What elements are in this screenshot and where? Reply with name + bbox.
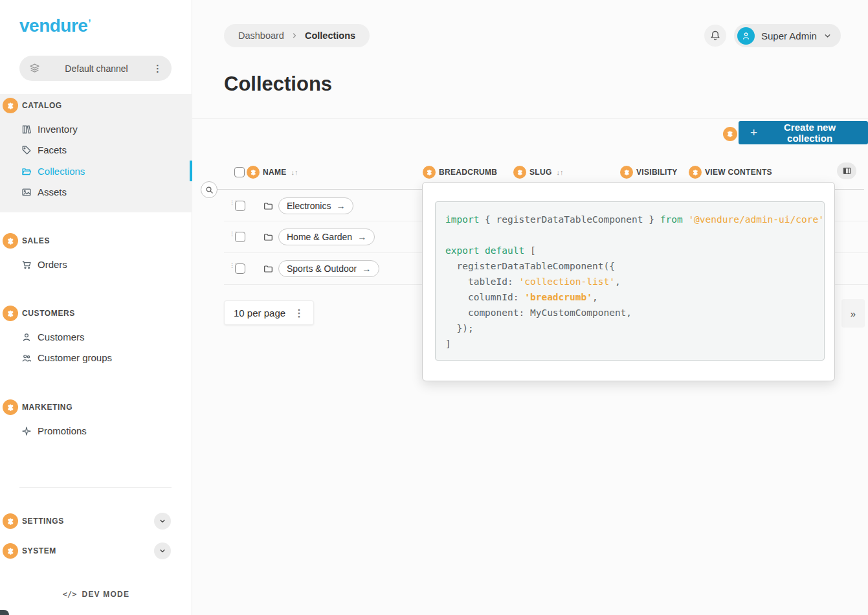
sidebar-item-label: Assets — [38, 186, 67, 197]
folder-icon — [263, 232, 273, 242]
vendure-logo[interactable]: vendureʼ — [19, 16, 90, 36]
section-label: CUSTOMERS — [22, 309, 75, 318]
sidebar-item-label: Facets — [38, 144, 67, 155]
dev-mode-code-popup: import { registerDataTableComponent } fr… — [422, 182, 835, 381]
books-icon — [21, 124, 32, 135]
users-icon — [21, 353, 32, 363]
app-canvas: vendureʼ Default channel ⋮ CATALOG Inven… — [0, 0, 868, 615]
arrow-right-icon: → — [357, 232, 366, 242]
sidebar-item-label: Orders — [38, 259, 67, 270]
dev-badge-icon[interactable] — [423, 166, 436, 179]
folder-open-icon — [21, 166, 32, 177]
sidebar-item-label: Collections — [38, 166, 85, 177]
page-title: Collections — [224, 73, 332, 96]
code-line: export default [ — [445, 243, 824, 258]
sort-icon[interactable]: ↓↑ — [557, 168, 564, 176]
column-label: VIEW CONTENTS — [705, 168, 772, 177]
next-page-button[interactable]: » — [841, 299, 865, 328]
logo-text: vendure — [19, 16, 87, 36]
chevron-down-icon — [159, 517, 166, 525]
code-line: columnId: 'breadcrumb', — [445, 289, 824, 305]
column-label: SLUG — [529, 168, 552, 177]
collection-name-chip[interactable]: Sports & Outdoor → — [278, 260, 379, 277]
code-line — [445, 227, 824, 243]
dev-mode-toggle[interactable]: </>DEV MODE — [0, 590, 192, 599]
column-header-name[interactable]: NAME ↓↑ — [247, 166, 298, 179]
sidebar-item-customers[interactable]: Customers — [0, 327, 190, 347]
collection-name-chip[interactable]: Electronics → — [278, 197, 353, 214]
section-label: SALES — [22, 236, 50, 245]
sidebar-item-label: Customers — [38, 331, 85, 342]
dev-badge-icon[interactable] — [3, 306, 18, 321]
channel-selector[interactable]: Default channel ⋮ — [19, 56, 172, 81]
dev-mode-label: DEV MODE — [82, 590, 130, 599]
code-block: import { registerDataTableComponent } fr… — [435, 201, 825, 361]
channel-menu-icon[interactable]: ⋮ — [153, 63, 162, 74]
dev-badge-icon[interactable] — [3, 513, 18, 529]
create-button-label: Create new collection — [763, 122, 856, 144]
dev-badge-icon[interactable] — [3, 98, 18, 113]
sidebar-item-assets[interactable]: Assets — [0, 182, 190, 202]
row-checkbox[interactable] — [235, 232, 245, 242]
column-header-breadcrumb[interactable]: BREADCRUMB — [423, 166, 497, 179]
column-header-visibility[interactable]: VISIBILITY — [620, 166, 678, 179]
table-header: NAME ↓↑ BREADCRUMB SLUG ↓↑ VISIBILITY VI… — [192, 162, 868, 182]
sidebar-item-facets[interactable]: Facets — [0, 140, 190, 160]
sidebar-section-customers: CUSTOMERS — [3, 306, 75, 321]
dev-badge-icon[interactable] — [247, 166, 260, 179]
dev-badge-icon[interactable] — [3, 233, 18, 249]
section-label: MARKETING — [22, 403, 72, 412]
column-header-view-contents[interactable]: VIEW CONTENTS — [689, 166, 772, 179]
column-label: NAME — [263, 168, 287, 177]
sidebar-section-catalog: CATALOG — [3, 98, 62, 113]
search-icon — [205, 186, 214, 194]
select-all-checkbox[interactable] — [234, 167, 245, 177]
user-icon — [741, 31, 751, 41]
chevron-down-icon — [159, 547, 166, 555]
system-expand-button[interactable] — [154, 542, 171, 559]
user-menu[interactable]: Super Admin — [734, 24, 841, 47]
per-page-label: 10 per page — [234, 308, 285, 319]
corner-toast-sliver — [0, 610, 9, 615]
folder-icon — [263, 264, 273, 274]
search-button[interactable] — [201, 181, 217, 198]
sidebar-item-orders[interactable]: Orders — [0, 254, 190, 274]
code-line: component: MyCustomComponent, — [445, 305, 824, 320]
logo-tick: ʼ — [88, 17, 90, 28]
settings-expand-button[interactable] — [154, 513, 171, 530]
sort-icon[interactable]: ↓↑ — [291, 168, 298, 176]
row-checkbox[interactable] — [235, 263, 245, 274]
dev-badge-icon[interactable] — [3, 543, 18, 559]
columns-icon — [842, 166, 852, 175]
dev-badge-icon[interactable] — [513, 166, 526, 179]
create-new-collection-button[interactable]: + Create new collection — [739, 121, 868, 144]
chevron-right-icon — [291, 32, 298, 39]
section-label: SYSTEM — [22, 546, 56, 555]
sidebar-divider — [19, 487, 172, 488]
user-icon — [21, 332, 32, 342]
items-per-page-selector[interactable]: 10 per page ⋮ — [224, 300, 314, 325]
user-name: Super Admin — [761, 30, 817, 41]
column-settings-button[interactable] — [837, 162, 856, 179]
arrow-right-icon: → — [336, 201, 345, 211]
dev-badge-icon[interactable] — [3, 399, 18, 415]
code-brackets-icon: </> — [63, 590, 77, 599]
breadcrumb: Dashboard Collections — [224, 24, 370, 47]
collection-name: Sports & Outdoor — [287, 263, 357, 274]
sidebar-item-label: Promotions — [38, 425, 87, 436]
sidebar-item-collections[interactable]: Collections — [0, 161, 190, 181]
column-header-slug[interactable]: SLUG ↓↑ — [513, 166, 564, 179]
sidebar-item-promotions[interactable]: Promotions — [0, 421, 190, 441]
dev-badge-icon[interactable] — [723, 127, 737, 141]
breadcrumb-dashboard[interactable]: Dashboard — [238, 30, 284, 41]
header-divider — [192, 118, 868, 118]
sidebar-item-inventory[interactable]: Inventory — [0, 119, 190, 139]
dev-badge-icon[interactable] — [620, 166, 633, 179]
tag-icon — [21, 145, 32, 155]
collection-name-chip[interactable]: Home & Garden → — [278, 229, 375, 245]
notifications-button[interactable] — [704, 25, 726, 47]
sidebar-item-customer-groups[interactable]: Customer groups — [0, 348, 190, 368]
row-checkbox[interactable] — [235, 201, 245, 211]
dev-badge-icon[interactable] — [689, 166, 702, 179]
sidebar-section-marketing: MARKETING — [3, 399, 72, 415]
